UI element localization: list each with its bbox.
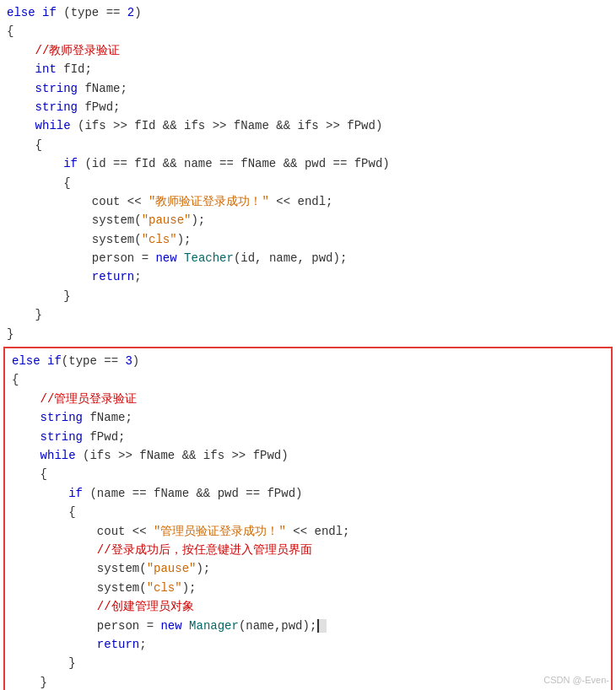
code-container: else if (type == 2) { //教师登录验证 int fId; … <box>0 0 616 690</box>
highlighted-code-lines: else if(type == 3) { //管理员登录验证 string fN… <box>12 352 604 690</box>
watermark: CSDN @-Even- <box>543 675 609 685</box>
top-code-block: else if (type == 2) { //教师登录验证 int fId; … <box>0 0 616 347</box>
highlighted-code-block: else if(type == 3) { //管理员登录验证 string fN… <box>3 347 613 690</box>
